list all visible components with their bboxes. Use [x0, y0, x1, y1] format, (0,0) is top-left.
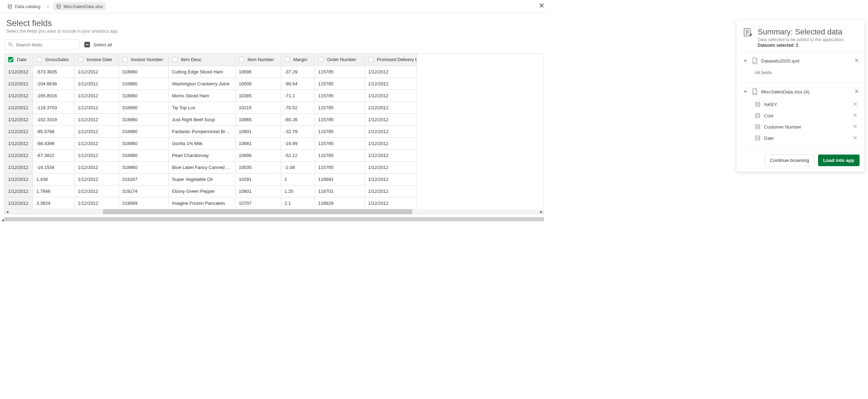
table-cell: 2.1 [281, 197, 315, 209]
table-cell: Ebony Green Pepper [168, 185, 235, 197]
table-cell: 1/12/2012 [74, 149, 118, 161]
close-button[interactable]: ✕ [539, 2, 545, 9]
table-cell: 1/12/2012 [74, 113, 118, 125]
table-cell: 1 [281, 173, 315, 185]
table-cell: 115785 [315, 102, 364, 113]
table-cell: -60.26 [281, 113, 315, 125]
breadcrumb-current-label: MiscSalesData.xlsx [64, 4, 103, 9]
table-cell: Just Right Beef Soup [168, 113, 235, 125]
table-cell: 1/12/2012 [74, 185, 118, 197]
table-cell: -85.5766 [33, 125, 74, 137]
table-cell: 116629 [315, 197, 364, 209]
table-row: 1/12/2012-85.57661/12/2012318960Fantasti… [5, 125, 416, 137]
table-cell: 115785 [315, 149, 364, 161]
column-label: Item Desc [181, 57, 202, 62]
table-cell: 1/12/2012 [364, 197, 416, 209]
table-cell: 10009 [235, 78, 281, 90]
column-header[interactable]: Date [5, 54, 33, 66]
search-icon [8, 42, 13, 47]
table-cell: 1/12/2012 [74, 197, 118, 209]
column-header[interactable]: Promised Delivery Date [364, 54, 416, 66]
search-input[interactable] [5, 39, 79, 50]
table-cell: 1/12/2012 [74, 161, 118, 173]
column-header[interactable]: Order Number [315, 54, 364, 66]
breadcrumb-current[interactable]: MiscSalesData.xlsx [53, 2, 106, 11]
column-checkbox[interactable] [122, 57, 128, 62]
table-cell: 318960 [118, 137, 168, 149]
table-cell: 10965 [235, 113, 281, 125]
scrollbar-thumb[interactable] [103, 209, 412, 214]
table-cell: -16.1534 [33, 161, 74, 173]
horizontal-scrollbar[interactable]: ◀ ▶ [4, 209, 544, 214]
table-cell: 1/12/2012 [5, 185, 33, 197]
table-cell: Tip Top Lox [168, 102, 235, 113]
table-cell: 1/12/2012 [5, 149, 33, 161]
table-cell: 319167 [118, 173, 168, 185]
table-cell: 1/12/2012 [5, 137, 33, 149]
search-field-wrap [5, 39, 79, 50]
column-checkbox[interactable] [172, 57, 177, 62]
table-row: 1/12/2012-118.37031/12/2012318960Tip Top… [5, 102, 416, 113]
table-row: 1/12/20123.38241/12/2012319069Imagine Fr… [5, 197, 416, 209]
table-cell: -165.8016 [33, 90, 74, 102]
table-cell: 10385 [235, 90, 281, 102]
table-cell: 115785 [315, 66, 364, 78]
column-checkbox[interactable] [239, 57, 244, 62]
table-cell: 318960 [118, 149, 168, 161]
table-cell: 1/12/2012 [74, 78, 118, 90]
column-header[interactable]: Item Desc [168, 54, 235, 66]
breadcrumb-root-label: Data catalog [15, 4, 40, 9]
breadcrumb-root[interactable]: Data catalog [4, 2, 43, 11]
table-cell: -68.4399 [33, 137, 74, 149]
table-cell: 3.3824 [33, 197, 74, 209]
select-all-toggle[interactable]: Select all [84, 42, 112, 47]
column-checkbox[interactable] [285, 57, 290, 62]
table-cell: 1.438 [33, 173, 74, 185]
column-header[interactable]: Invoice Date [74, 54, 118, 66]
column-header[interactable]: Invoice Number [118, 54, 168, 66]
table-cell: 1/12/2012 [5, 161, 33, 173]
column-checkbox[interactable] [78, 57, 83, 62]
table-cell: -204.6638 [33, 78, 74, 90]
table-cell: 1/12/2012 [5, 197, 33, 209]
table-cell: 116701 [315, 185, 364, 197]
table-cell: Pearl Chardonnay [168, 149, 235, 161]
table-cell: -52.12 [281, 149, 315, 161]
column-label: Order Number [327, 57, 356, 62]
table-cell: 10901 [235, 125, 281, 137]
resize-footer[interactable] [4, 217, 544, 221]
table-cell: 1/12/2012 [364, 173, 416, 185]
table-cell: Super Vegetable Oil [168, 173, 235, 185]
table-cell: 319174 [118, 185, 168, 197]
column-checkbox[interactable] [8, 57, 13, 62]
table-cell: -19.89 [281, 137, 315, 149]
column-checkbox[interactable] [318, 57, 324, 62]
column-header[interactable]: Margin [281, 54, 315, 66]
resize-handle-icon[interactable] [1, 219, 4, 221]
table-row: 1/12/2012-16.15341/12/2012318960Blue Lab… [5, 161, 416, 173]
table-cell: 1/12/2012 [364, 125, 416, 137]
column-header[interactable]: Item Number [235, 54, 281, 66]
table-cell: 1/12/2012 [74, 90, 118, 102]
table-cell: Moms Sliced Ham [168, 90, 235, 102]
table-cell: Cutting Edge Sliced Ham [168, 66, 235, 78]
table-cell: 318960 [118, 161, 168, 173]
column-checkbox[interactable] [368, 57, 374, 62]
table-cell: 1/12/2012 [5, 173, 33, 185]
table-cell: 1/12/2012 [364, 113, 416, 125]
table-cell: 1/12/2012 [364, 66, 416, 78]
table-cell: 1/12/2012 [364, 149, 416, 161]
column-checkbox[interactable] [37, 57, 42, 62]
column-header[interactable]: GrossSales [33, 54, 74, 66]
table-cell: 10801 [235, 185, 281, 197]
scroll-right-icon[interactable]: ▶ [539, 209, 544, 214]
table-cell: 10035 [235, 161, 281, 173]
table-cell: -90.54 [281, 78, 315, 90]
table-cell: 1/12/2012 [364, 161, 416, 173]
table-cell: 115785 [315, 161, 364, 173]
table-cell: Imagine Frozen Pancakes [168, 197, 235, 209]
table-cell: 1/12/2012 [74, 137, 118, 149]
column-label: Invoice Number [131, 57, 163, 62]
table-cell: -67.3822 [33, 149, 74, 161]
scroll-left-icon[interactable]: ◀ [5, 209, 9, 214]
